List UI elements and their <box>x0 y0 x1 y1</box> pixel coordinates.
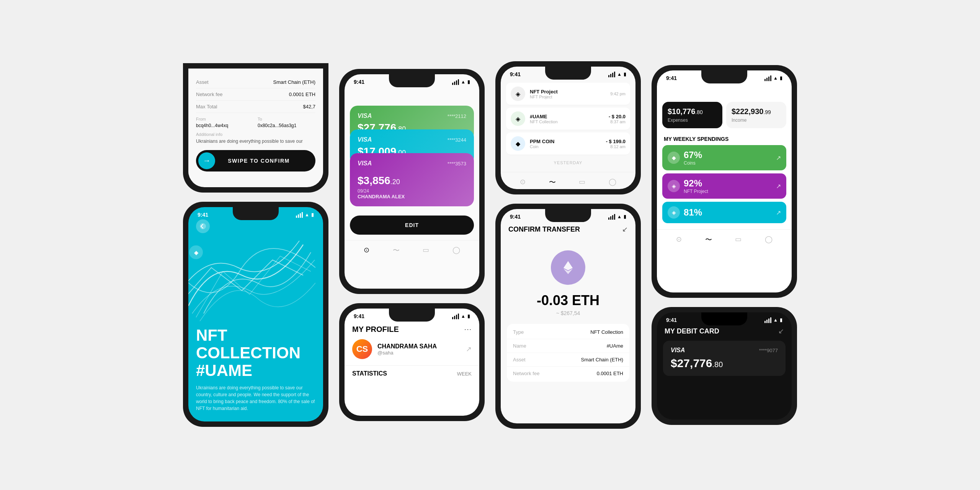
phone-profile: 9:41 ▲ ▮ MY PROFILE ⋯ CS <box>339 303 485 421</box>
swipe-to-confirm-button[interactable]: → SWIPE TO CONFIRM <box>196 150 315 172</box>
nav-profile-5[interactable]: ◯ <box>609 178 616 187</box>
nav-activity-7[interactable]: 〜 <box>705 235 712 244</box>
wifi-icon-6: ▲ <box>617 214 622 219</box>
battery-icon-6: ▮ <box>624 214 626 219</box>
battery-icon-3: ▮ <box>467 79 470 85</box>
wifi-icon-4: ▲ <box>461 314 466 319</box>
debit-card-display: VISA ****9077 $27,776.80 <box>663 341 786 376</box>
battery-icon-2: ▮ <box>311 212 314 217</box>
debit-expand-icon[interactable]: ↙ <box>778 327 784 335</box>
card-number-3: ****3573 <box>448 161 466 167</box>
visa-label-3: VISA <box>358 160 372 167</box>
tx-info-2: #UAME NFT Collection <box>530 114 604 124</box>
profile-title: MY PROFILE <box>352 325 399 334</box>
nft-back-button[interactable] <box>196 219 210 233</box>
battery-icon-5: ▮ <box>624 72 626 77</box>
close-transfer-button[interactable]: ↙ <box>622 225 628 234</box>
teal-arrow-icon: ↗ <box>776 209 781 216</box>
nav-card-5[interactable]: ▭ <box>579 178 585 187</box>
spending-nft[interactable]: ◈ 92% NFT Project ↗ <box>662 173 786 199</box>
nav-home-icon[interactable]: ⊙ <box>364 246 369 255</box>
visa-card-3[interactable]: VISA ****3573 $3,856.20 09/24 CHANDRAMA … <box>350 153 474 206</box>
status-icons-7: ▲ ▮ <box>764 75 782 81</box>
card-balance-3: $3,856.20 <box>358 175 466 187</box>
battery-icon-4: ▮ <box>467 314 470 319</box>
eth-coin-area <box>501 239 635 292</box>
nft-description: Ukrainians are doing everything possible… <box>196 384 315 412</box>
tx-time-1: 9:42 pm <box>610 91 626 96</box>
phone-debit-card: 9:41 ▲ ▮ MY DEBIT CARD ↙ <box>652 307 797 425</box>
nav-card-icon[interactable]: ▭ <box>423 246 429 255</box>
signal-bars-4 <box>452 314 459 319</box>
debit-card-balance: $27,776.80 <box>671 357 778 370</box>
tx-name-2: #UAME <box>530 114 604 119</box>
column-2: 9:41 ▲ ▮ VISA ****211 <box>339 69 485 421</box>
signal-bars-5 <box>608 72 615 77</box>
phone-notch-5 <box>545 67 591 80</box>
signal-bars-8 <box>764 317 771 323</box>
card-stack: VISA ****2112 $27,776.80 VISA ****3244 $… <box>345 87 479 210</box>
status-time-8: 9:41 <box>666 317 677 323</box>
debit-card-number: ****9077 <box>759 348 778 353</box>
card-expiry-3: 09/24 <box>358 188 466 194</box>
asset-label-6: Asset <box>513 357 526 363</box>
bottom-nav-3: ⊙ 〜 ▭ ◯ <box>345 240 479 260</box>
wifi-icon-3: ▲ <box>461 79 466 85</box>
wifi-icon-5: ▲ <box>617 72 622 77</box>
nav-activity-5[interactable]: 〜 <box>549 178 556 187</box>
tx-type-3: Coin <box>530 144 601 149</box>
battery-icon-7: ▮ <box>780 75 782 81</box>
tx-item-3[interactable]: ◆ PPM COIN Coin - $ 199.0 8:12 am <box>506 132 630 155</box>
nav-home-7[interactable]: ⊙ <box>676 235 682 244</box>
visa-label-1: VISA <box>358 113 372 119</box>
tx-icon-2: ◈ <box>511 111 525 126</box>
nav-profile-7[interactable]: ◯ <box>765 235 773 244</box>
bottom-nav-7: ⊙ 〜 ▭ ◯ <box>657 229 792 250</box>
wifi-icon-8: ▲ <box>773 317 778 323</box>
spending-teal[interactable]: ◈ 81% ↗ <box>662 202 786 223</box>
nft-arrow-icon: ↗ <box>776 183 781 190</box>
card-number-2: ****3244 <box>448 137 466 143</box>
nft-artwork: ◈ <box>188 237 323 321</box>
eth-coin-icon <box>551 250 585 285</box>
teal-percentage: 81% <box>684 207 702 218</box>
nav-profile-icon[interactable]: ◯ <box>452 246 460 255</box>
card-number-1: ****2112 <box>448 113 466 119</box>
network-fee-label: Network fee <box>196 91 222 97</box>
tx-amount-2: - $ 20.0 8:37 am <box>609 114 626 124</box>
asset-label: Asset <box>196 79 209 85</box>
nav-card-7[interactable]: ▭ <box>735 235 742 244</box>
column-3: 9:41 ▲ ▮ ◈ NFT Project <box>495 61 641 429</box>
phone-dashboard: 9:41 ▲ ▮ $10,776.80 E <box>652 65 797 298</box>
confirm-fee-row: Network fee 0.0001 ETH <box>507 367 629 380</box>
confirm-asset-row: Asset Smart Chain (ETH) <box>507 353 629 367</box>
transaction-list: ◈ NFT Project NFT Project 9:42 pm ◈ #UAM… <box>501 79 635 172</box>
coins-icon: ◆ <box>668 152 680 164</box>
tx-amount-3: - $ 199.0 8:12 am <box>606 139 626 149</box>
spending-coins[interactable]: ◆ 67% Coins ↗ <box>662 145 786 170</box>
confirm-transfer-title: CONFIRM TRANSFER <box>508 225 580 234</box>
options-button[interactable]: ⋯ <box>464 325 472 334</box>
fee-label-6: Network fee <box>513 371 539 376</box>
edit-button[interactable]: EDIT <box>350 216 474 235</box>
status-icons-2: ▲ ▮ <box>296 212 314 218</box>
to-label: To <box>258 117 315 121</box>
phone-notch-8 <box>701 312 747 325</box>
profile-link-icon[interactable]: ↗ <box>466 345 472 353</box>
from-box: From bcq4h0...4w4xq <box>196 117 254 128</box>
nav-activity-icon[interactable]: 〜 <box>393 246 400 255</box>
status-time-3: 9:41 <box>354 79 364 85</box>
status-icons-8: ▲ ▮ <box>764 317 782 323</box>
type-label: Type <box>513 329 524 335</box>
phone-transaction-confirm: Asset Smart Chain (ETH) Network fee 0.00… <box>183 63 328 193</box>
to-value: 0x80c2a...56as3g1 <box>258 123 315 128</box>
status-time-2: 9:41 <box>198 212 208 218</box>
nft-percentage: 92% <box>684 178 708 189</box>
tx-item-1[interactable]: ◈ NFT Project NFT Project 9:42 pm <box>506 83 630 105</box>
debit-card-title: MY DEBIT CARD <box>665 327 719 335</box>
debit-card-header: MY DEBIT CARD ↙ <box>657 325 792 341</box>
tx-item-2[interactable]: ◈ #UAME NFT Collection - $ 20.0 8:37 am <box>506 108 630 130</box>
expenses-label: Expenses <box>668 118 717 123</box>
nav-home-5[interactable]: ⊙ <box>520 178 526 187</box>
column-1: Asset Smart Chain (ETH) Network fee 0.00… <box>183 63 328 427</box>
